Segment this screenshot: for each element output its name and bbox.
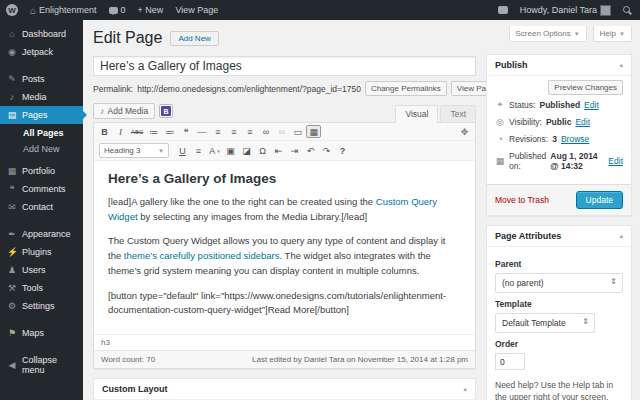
submenu-all-pages[interactable]: All Pages	[0, 125, 83, 141]
sidebar-item-pages[interactable]: ▤Pages	[0, 106, 83, 124]
page-attributes-title: Page Attributes	[495, 231, 561, 241]
edit-published-link[interactable]: Edit	[608, 156, 623, 166]
tab-text[interactable]: Text	[440, 105, 476, 123]
italic-button[interactable]: I	[113, 125, 128, 138]
maps-icon: ⚑	[7, 328, 17, 338]
calendar-icon: ▦	[495, 156, 505, 166]
numbered-list-button[interactable]: ≕	[162, 125, 177, 138]
sidebar-item-portfolio[interactable]: ▦Portfolio	[0, 162, 83, 180]
text-color-button[interactable]: A	[207, 144, 222, 157]
status-value: Published	[539, 100, 580, 110]
comments-shortcut[interactable]: 0	[103, 0, 132, 20]
toolbar-toggle-button[interactable]: ▦	[306, 125, 321, 138]
shortcode-b-button[interactable]: B	[159, 104, 173, 118]
order-input[interactable]	[495, 353, 525, 370]
remove-link-button[interactable]: ∞	[274, 125, 289, 138]
template-select[interactable]: Default Template	[495, 313, 595, 333]
sidebar-item-appearance[interactable]: ✒Appearance	[0, 225, 83, 243]
post-title-input[interactable]	[93, 56, 476, 76]
sidebar-item-media[interactable]: ♪Media	[0, 88, 83, 106]
editor-box: B I ABC ≔ ≕ ❝ — ≡ ≡ ≡ ∞ ∞ ▭ ▦ ✥ Heading …	[93, 122, 476, 369]
align-center-button[interactable]: ≡	[226, 125, 241, 138]
edit-visibility-link[interactable]: Edit	[575, 117, 590, 127]
undo-button[interactable]: ↶	[303, 144, 318, 157]
paste-text-button[interactable]: ▣	[223, 144, 238, 157]
sidebar-item-label: Jetpack	[22, 47, 53, 57]
sidebar-item-tools[interactable]: ⚒Tools	[0, 279, 83, 297]
underline-button[interactable]: U	[175, 144, 190, 157]
notifications-button[interactable]	[492, 0, 514, 20]
add-media-button[interactable]: ♪ Add Media	[93, 103, 155, 119]
format-dropdown[interactable]: Heading 3 ▼	[99, 143, 169, 158]
screen-options-button[interactable]: Screen Options▼	[509, 26, 587, 42]
fullscreen-button[interactable]: ✥	[457, 125, 472, 138]
strikethrough-button[interactable]: ABC	[129, 125, 145, 138]
sidebar-item-comments[interactable]: ❝Comments	[0, 180, 83, 198]
add-new-button[interactable]: Add New	[170, 31, 218, 46]
editor-path[interactable]: h3	[94, 334, 475, 350]
editor-content[interactable]: Here’s a Gallery of Images [lead]A galle…	[94, 161, 475, 334]
word-count-value: 70	[146, 355, 155, 364]
view-page-link[interactable]: View Page	[169, 0, 224, 20]
tab-visual[interactable]: Visual	[395, 105, 438, 123]
special-char-button[interactable]: Ω	[255, 144, 270, 157]
bold-button[interactable]: B	[97, 125, 112, 138]
clear-formatting-button[interactable]: ◪	[239, 144, 254, 157]
visibility-value: Public	[546, 117, 572, 127]
sidebar-item-jetpack[interactable]: ◉Jetpack	[0, 43, 83, 61]
collapse-toggle-icon[interactable]: ▴	[619, 61, 623, 69]
submenu-add-new[interactable]: Add New	[0, 141, 83, 157]
horizontal-rule-button[interactable]: —	[194, 125, 209, 138]
custom-layout-header[interactable]: Custom Layout ▴	[94, 379, 475, 400]
pages-submenu: All Pages Add New	[0, 124, 83, 162]
tools-icon: ⚒	[7, 283, 17, 293]
media-note-icon: ♪	[100, 106, 105, 116]
collapse-toggle-icon[interactable]: ▴	[619, 232, 623, 240]
new-content-menu[interactable]: + New	[132, 0, 170, 20]
page-attributes-header[interactable]: Page Attributes ▴	[487, 226, 631, 247]
my-account-menu[interactable]: Howdy, Daniel Tara	[514, 0, 617, 20]
bullet-list-button[interactable]: ≔	[146, 125, 161, 138]
align-right-button[interactable]: ≡	[242, 125, 257, 138]
help-button[interactable]: ?	[335, 144, 350, 157]
outdent-button[interactable]: ⇤	[271, 144, 286, 157]
sidebar-item-settings[interactable]: ⚙Settings	[0, 297, 83, 315]
sidebar-item-plugins[interactable]: ⚡Plugins	[0, 243, 83, 261]
preview-changes-button[interactable]: Preview Changes	[548, 80, 623, 95]
sidebar-item-contact[interactable]: ✉Contact	[0, 198, 83, 216]
more-tag-button[interactable]: ▭	[290, 125, 305, 138]
wp-logo-menu[interactable]: W	[0, 0, 24, 20]
justify-button[interactable]: ≡	[191, 144, 206, 157]
edit-status-link[interactable]: Edit	[584, 100, 599, 110]
publish-header[interactable]: Publish ▴	[487, 55, 631, 76]
parent-select[interactable]: (no parent)	[495, 273, 623, 293]
site-name-link[interactable]: ⌂ Enlightenment	[24, 0, 103, 20]
sidebar-item-maps[interactable]: ⚑Maps	[0, 324, 83, 342]
help-tab-button[interactable]: Help▼	[593, 26, 632, 42]
media-icon: ♪	[7, 92, 17, 102]
parent-label: Parent	[495, 259, 623, 269]
p1-text-after: by selecting any images from the Media L…	[138, 211, 368, 222]
admin-search-button[interactable]	[617, 0, 640, 20]
published-on-row: ▦ Published on: Aug 1, 2014 @ 14:32 Edit	[495, 151, 623, 171]
align-left-button[interactable]: ≡	[210, 125, 225, 138]
browse-revisions-link[interactable]: Browse	[561, 134, 589, 144]
move-to-trash-link[interactable]: Move to Trash	[495, 195, 549, 205]
sidebar-item-posts[interactable]: ✎Posts	[0, 70, 83, 88]
template-label: Template	[495, 299, 623, 309]
change-permalinks-button[interactable]: Change Permalinks	[365, 81, 447, 96]
collapse-toggle-icon[interactable]: ▴	[463, 385, 467, 393]
sidebar-item-label: Plugins	[22, 247, 52, 257]
insert-link-button[interactable]: ∞	[258, 125, 273, 138]
update-button[interactable]: Update	[576, 191, 623, 209]
new-label: + New	[138, 5, 164, 15]
sidebar-item-users[interactable]: ♟Users	[0, 261, 83, 279]
redo-button[interactable]: ↷	[319, 144, 334, 157]
sidebar-item-dashboard[interactable]: ⌂Dashboard	[0, 25, 83, 43]
p2-link[interactable]: theme’s carefully positioned sidebars	[124, 250, 280, 261]
b-icon: B	[161, 106, 171, 116]
indent-button[interactable]: ⇥	[287, 144, 302, 157]
blockquote-button[interactable]: ❝	[178, 125, 193, 138]
collapse-menu-button[interactable]: ◀Collapse menu	[0, 351, 83, 379]
published-label: Published on:	[509, 151, 546, 171]
